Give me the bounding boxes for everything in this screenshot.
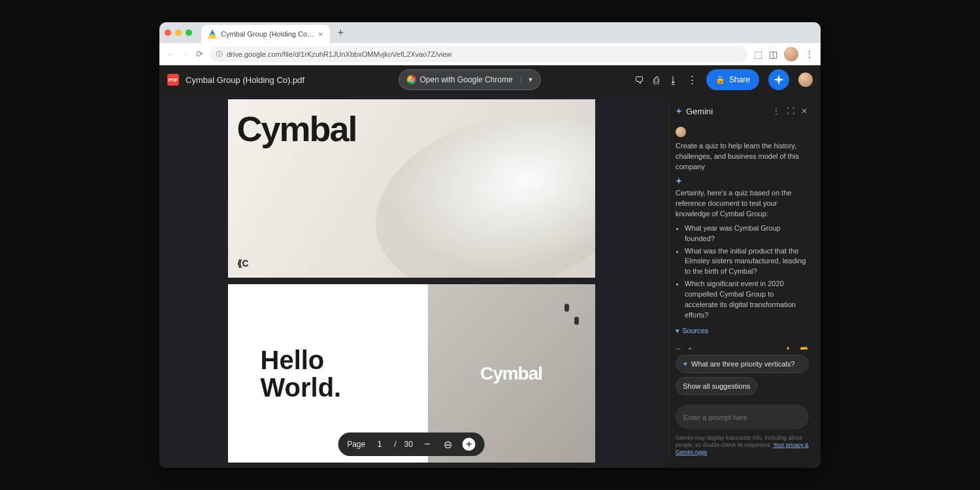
gemini-header: Gemini ⋮ ⛶ ✕ [669, 99, 815, 123]
page-label: Page [347, 440, 365, 449]
open-with-chrome[interactable]: Open with Google Chrome [399, 75, 521, 84]
sparkle-icon [774, 74, 784, 85]
viewer-header: PDF Cymbal Group (Holding Co).pdf Open w… [159, 65, 821, 94]
minimize-window-button[interactable] [175, 29, 182, 36]
more-actions-icon[interactable]: ⋮ [687, 74, 697, 86]
chrome-icon [407, 75, 416, 84]
sparkle-icon [683, 361, 688, 367]
app-body: Cymbal ⟪C Hello World. Cymbal [159, 94, 821, 468]
side-panel-icon[interactable]: ◫ [769, 49, 777, 59]
gemini-title: Gemini [686, 106, 767, 116]
reload-button[interactable]: ⟳ [196, 49, 203, 59]
drive-icon [208, 29, 217, 39]
share-button[interactable]: 🔒 Share [706, 69, 759, 90]
suggestion-chip[interactable]: What are three priority verticals? [676, 355, 809, 373]
prompt-input[interactable] [683, 414, 801, 421]
open-with-label: Open with Google Chrome [420, 75, 513, 84]
address-bar[interactable]: ⓘ drive.google.com/file/d/1rKzuhR1JUnXbb… [210, 46, 747, 62]
print-icon[interactable]: ⎙ [653, 74, 659, 86]
sources-toggle[interactable]: ▾ Sources [676, 326, 809, 336]
share-lock-icon: 🔒 [715, 75, 725, 84]
show-all-suggestions-button[interactable]: Show all suggestions [676, 377, 757, 395]
browser-window: Cymbal Group (Holding Co… × + ← → ⟳ ⓘ dr… [159, 22, 821, 468]
pdf-icon: PDF [167, 74, 179, 86]
quiz-item: What was the initial product that the El… [685, 246, 809, 278]
zoom-in-button[interactable]: + [463, 438, 476, 451]
forward-button[interactable]: → [181, 49, 189, 59]
chevron-down-icon: ▾ [676, 326, 679, 336]
page-controls: Page / 30 − ⊖ + [338, 433, 485, 456]
header-actions: 🗨 ⎙ ⭳ ⋮ 🔒 Share [634, 69, 813, 90]
profile-avatar[interactable] [784, 47, 798, 61]
page-separator: / [394, 440, 396, 449]
site-info-icon[interactable]: ⓘ [216, 50, 223, 59]
quiz-item: Which significant event in 2020 compelle… [685, 279, 809, 321]
new-tab-button[interactable]: + [338, 27, 344, 39]
quiz-item: What year was Cymbal Group founded? [685, 223, 809, 244]
ai-intro-text: Certainly, here's a quiz based on the re… [676, 188, 809, 220]
open-with-dropdown[interactable]: ▼ [521, 76, 540, 83]
browser-actions: ⬚ ◫ ⋮ [754, 47, 814, 61]
zoom-out-button[interactable]: − [421, 438, 434, 450]
ai-sparkle-icon [676, 178, 682, 184]
gemini-expand-icon[interactable]: ⛶ [785, 105, 796, 117]
window-controls [165, 29, 192, 36]
page1-logo: ⟪C [237, 258, 249, 269]
back-button[interactable]: ← [166, 49, 174, 59]
url-text: drive.google.com/file/d/1rKzuhR1JUnXbbxO… [227, 50, 451, 58]
browser-tab[interactable]: Cymbal Group (Holding Co… × [201, 25, 330, 43]
page-total: 30 [404, 440, 413, 449]
gemini-footer: What are three priority verticals? Show … [669, 350, 815, 463]
close-tab-button[interactable]: × [318, 29, 323, 39]
gemini-sparkle-icon [676, 108, 682, 114]
page1-title: Cymbal [237, 108, 357, 149]
page2-title: Hello World. [261, 346, 342, 401]
maximize-window-button[interactable] [186, 29, 192, 36]
download-icon[interactable]: ⭳ [668, 74, 678, 86]
add-comment-icon[interactable]: 🗨 [634, 74, 644, 86]
ai-indicator [676, 178, 809, 184]
page-number-input[interactable] [373, 440, 386, 449]
document-area[interactable]: Cymbal ⟪C Hello World. Cymbal [159, 94, 663, 468]
tab-title: Cymbal Group (Holding Co… [221, 30, 314, 38]
url-bar: ← → ⟳ ⓘ drive.google.com/file/d/1rKzuhR1… [159, 43, 821, 65]
tab-bar: Cymbal Group (Holding Co… × + [159, 22, 821, 43]
file-name: Cymbal Group (Holding Co).pdf [186, 75, 304, 85]
pdf-page-1: Cymbal ⟪C [228, 99, 595, 278]
prompt-input-container [676, 404, 809, 429]
account-avatar[interactable] [798, 73, 813, 87]
browser-menu-icon[interactable]: ⋮ [805, 49, 814, 59]
gemini-button[interactable] [768, 69, 789, 90]
disclaimer: Gemini may display inaccurate info, incl… [676, 434, 809, 456]
page2-brand: Cymbal [480, 363, 542, 384]
gemini-close-icon[interactable]: ✕ [800, 105, 809, 117]
close-window-button[interactable] [165, 29, 171, 36]
open-with-button: Open with Google Chrome ▼ [399, 69, 541, 90]
user-message-row [676, 127, 809, 137]
user-avatar [676, 127, 686, 137]
gemini-panel: Gemini ⋮ ⛶ ✕ Create a quiz to help learn… [668, 99, 815, 463]
gemini-conversation: Create a quiz to help learn the history,… [669, 123, 815, 350]
share-label: Share [729, 75, 750, 84]
quiz-list: What year was Cymbal Group founded? What… [676, 223, 809, 321]
feedback-row: ⧉ ↻ 👍 👎 [676, 342, 809, 350]
zoom-reset-button[interactable]: ⊖ [442, 438, 455, 451]
extensions-icon[interactable]: ⬚ [754, 49, 762, 59]
user-message-text: Create a quiz to help learn the history,… [676, 141, 809, 172]
gemini-menu-icon[interactable]: ⋮ [771, 105, 781, 117]
